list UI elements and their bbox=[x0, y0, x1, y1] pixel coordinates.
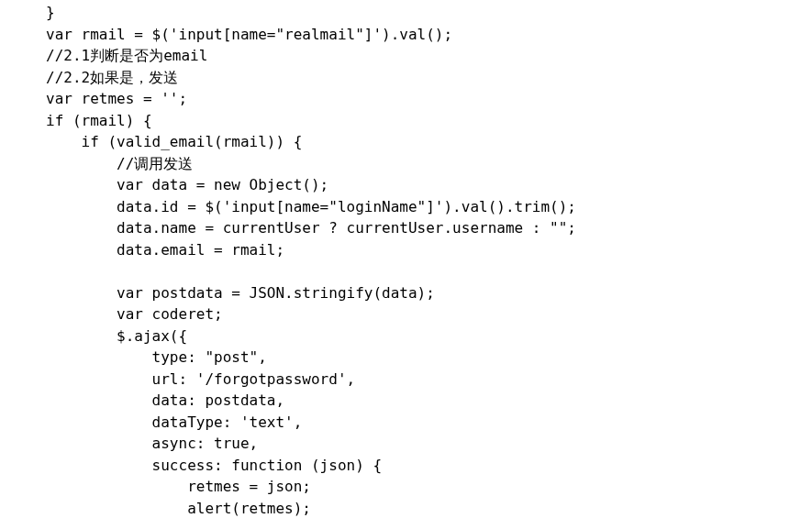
code-line: url: '/forgotpassword', bbox=[46, 370, 355, 388]
code-line: //2.1判断是否为email bbox=[46, 47, 207, 64]
code-line: alert(retmes); bbox=[46, 500, 311, 517]
code-line: if (rmail) { bbox=[46, 112, 152, 129]
code-line: var data = new Object(); bbox=[46, 176, 328, 193]
code-block: } var rmail = $('input[name="realmail"]'… bbox=[0, 0, 812, 518]
code-line: retmes = json; bbox=[46, 478, 311, 495]
code-line: data.id = $('input[name="loginName"]').v… bbox=[46, 198, 576, 215]
code-line: async: true, bbox=[46, 435, 258, 452]
code-line: data: postdata, bbox=[46, 391, 284, 409]
code-line: $.ajax({ bbox=[46, 327, 187, 345]
code-line: var rmail = $('input[name="realmail"]').… bbox=[46, 26, 452, 43]
code-line: //调用发送 bbox=[46, 155, 193, 172]
code-line: var retmes = ''; bbox=[46, 90, 187, 107]
code-line: dataType: 'text', bbox=[46, 413, 302, 431]
code-line: } bbox=[46, 4, 55, 21]
code-line: type: "post", bbox=[46, 348, 267, 366]
code-line: success: function (json) { bbox=[46, 457, 382, 474]
code-line: //2.2如果是，发送 bbox=[46, 69, 178, 86]
code-line: data.email = rmail; bbox=[46, 241, 284, 259]
code-line: if (valid_email(rmail)) { bbox=[46, 133, 302, 150]
code-line: var postdata = JSON.stringify(data); bbox=[46, 284, 435, 302]
code-line: data.name = currentUser ? currentUser.us… bbox=[46, 219, 576, 237]
code-line: var coderet; bbox=[46, 305, 223, 323]
